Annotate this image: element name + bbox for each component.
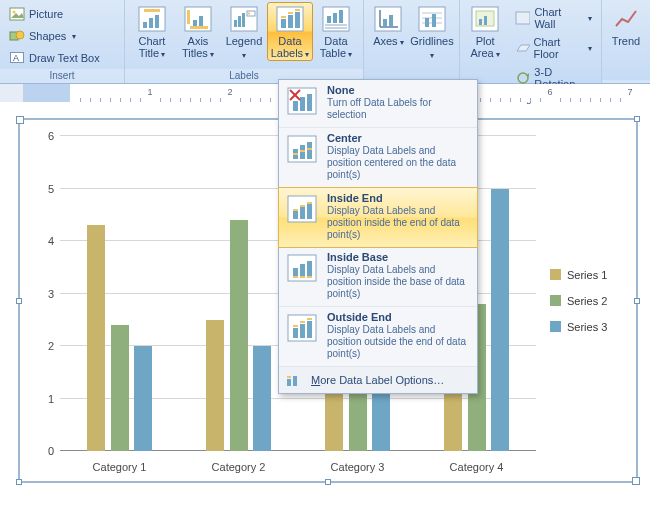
chart-floor-button[interactable]: Chart Floor▾ xyxy=(510,34,597,62)
menu-item-desc: Display Data Labels and position centere… xyxy=(327,145,471,181)
svg-point-51 xyxy=(518,73,528,83)
picture-button[interactable]: Picture xyxy=(4,4,105,24)
svg-rect-84 xyxy=(300,321,305,323)
shapes-button[interactable]: Shapes▾ xyxy=(4,26,105,46)
chart-wall-button[interactable]: Chart Wall▾ xyxy=(510,4,597,32)
svg-rect-10 xyxy=(155,15,159,28)
menu-item-inside-end[interactable]: Inside EndDisplay Data Labels and positi… xyxy=(278,187,478,248)
svg-rect-69 xyxy=(293,209,298,211)
legend-label: Series 2 xyxy=(567,295,607,307)
data-table-button[interactable]: Data Table xyxy=(313,2,359,61)
svg-rect-49 xyxy=(484,16,487,25)
menu-item-title: Outside End xyxy=(327,311,392,323)
svg-rect-81 xyxy=(300,324,305,338)
svg-point-3 xyxy=(16,31,24,39)
menu-item-outside-end[interactable]: Outside EndDisplay Data Labels and posit… xyxy=(279,307,477,367)
trendline-button[interactable]: Trend xyxy=(606,2,646,48)
legend-label: Series 3 xyxy=(567,321,607,333)
svg-rect-75 xyxy=(307,261,312,278)
menu-item-title: None xyxy=(327,84,355,96)
svg-rect-63 xyxy=(300,150,305,152)
svg-rect-27 xyxy=(288,12,293,14)
svg-rect-50 xyxy=(516,12,530,24)
svg-rect-24 xyxy=(288,15,293,28)
menu-item-title: Inside Base xyxy=(327,251,388,263)
svg-rect-14 xyxy=(199,16,203,26)
svg-rect-44 xyxy=(425,18,429,27)
legend-item[interactable]: Series 2 xyxy=(550,295,636,307)
gridlines-button[interactable]: Gridlines xyxy=(409,2,455,62)
group-insert: Picture Shapes▾ A Draw Text Box Insert xyxy=(0,0,125,83)
svg-rect-48 xyxy=(479,19,482,25)
svg-rect-13 xyxy=(193,20,197,26)
svg-rect-12 xyxy=(187,10,190,24)
svg-rect-28 xyxy=(295,9,300,11)
svg-rect-68 xyxy=(307,202,312,219)
data-labels-menu: NoneTurn off Data Labels for selectionCe… xyxy=(278,79,478,394)
svg-rect-82 xyxy=(307,321,312,338)
bar[interactable] xyxy=(111,325,129,451)
group-trend: Trend xyxy=(602,0,650,83)
legend-button[interactable]: Legend xyxy=(221,2,267,62)
menu-item-desc: Display Data Labels and position inside … xyxy=(327,205,471,241)
svg-rect-85 xyxy=(307,318,312,320)
ruler-tick: 2 xyxy=(227,87,232,97)
bar[interactable] xyxy=(253,346,271,451)
svg-rect-25 xyxy=(295,12,300,28)
svg-rect-77 xyxy=(300,276,305,278)
ruler-tick: 7 xyxy=(627,87,632,97)
y-tick-label: 6 xyxy=(34,130,54,142)
svg-rect-18 xyxy=(238,16,241,27)
svg-text:A: A xyxy=(13,53,19,63)
chartlet-icon xyxy=(285,192,319,226)
chart-title-button[interactable]: Chart Title xyxy=(129,2,175,61)
svg-rect-17 xyxy=(234,20,237,27)
menu-item-desc: Display Data Labels and position inside … xyxy=(327,264,471,300)
menu-item-none[interactable]: NoneTurn off Data Labels for selection xyxy=(279,80,477,128)
legend[interactable]: Series 1Series 2Series 3 xyxy=(536,120,636,481)
menu-item-title: Inside End xyxy=(327,192,383,204)
data-labels-button[interactable]: Data Labels xyxy=(267,2,313,61)
legend-item[interactable]: Series 1 xyxy=(550,269,636,281)
plot-area-button[interactable]: Plot Area xyxy=(464,2,506,61)
menu-item-inside-base[interactable]: Inside BaseDisplay Data Labels and posit… xyxy=(279,247,477,307)
svg-rect-53 xyxy=(293,101,298,111)
chartlet-icon xyxy=(285,251,319,285)
svg-rect-86 xyxy=(287,379,291,386)
svg-rect-39 xyxy=(389,15,393,26)
svg-rect-38 xyxy=(383,19,387,26)
svg-rect-71 xyxy=(307,202,312,204)
ribbon: Picture Shapes▾ A Draw Text Box Insert C… xyxy=(0,0,650,84)
svg-rect-54 xyxy=(300,97,305,111)
y-tick-label: 2 xyxy=(34,340,54,352)
svg-rect-62 xyxy=(293,153,298,155)
svg-rect-55 xyxy=(307,94,312,111)
svg-rect-32 xyxy=(339,10,343,23)
svg-rect-9 xyxy=(149,18,153,28)
bar[interactable] xyxy=(206,320,224,451)
y-tick-label: 0 xyxy=(34,445,54,457)
legend-label: Series 1 xyxy=(567,269,607,281)
menu-item-desc: Display Data Labels and position outside… xyxy=(327,324,471,360)
svg-rect-19 xyxy=(242,13,245,27)
svg-rect-87 xyxy=(293,376,297,386)
svg-rect-76 xyxy=(293,276,298,278)
menu-item-center[interactable]: CenterDisplay Data Labels and position c… xyxy=(279,128,477,188)
group-labels: Chart Title Axis Titles Legend Data Labe… xyxy=(125,0,364,83)
chartlet-icon xyxy=(285,311,319,345)
svg-rect-67 xyxy=(300,205,305,219)
menu-more-options[interactable]: More Data Label Options… xyxy=(279,367,477,393)
svg-rect-15 xyxy=(190,26,208,29)
bar[interactable] xyxy=(491,189,509,452)
svg-rect-83 xyxy=(293,325,298,327)
legend-item[interactable]: Series 3 xyxy=(550,321,636,333)
axis-titles-button[interactable]: Axis Titles xyxy=(175,2,221,61)
svg-rect-30 xyxy=(327,16,331,23)
bar[interactable] xyxy=(87,225,105,451)
menu-item-title: Center xyxy=(327,132,362,144)
bar[interactable] xyxy=(134,346,152,451)
draw-textbox-button[interactable]: A Draw Text Box xyxy=(4,48,105,68)
bar[interactable] xyxy=(230,220,248,451)
svg-rect-23 xyxy=(281,19,286,28)
axes-button[interactable]: Axes xyxy=(368,2,409,49)
